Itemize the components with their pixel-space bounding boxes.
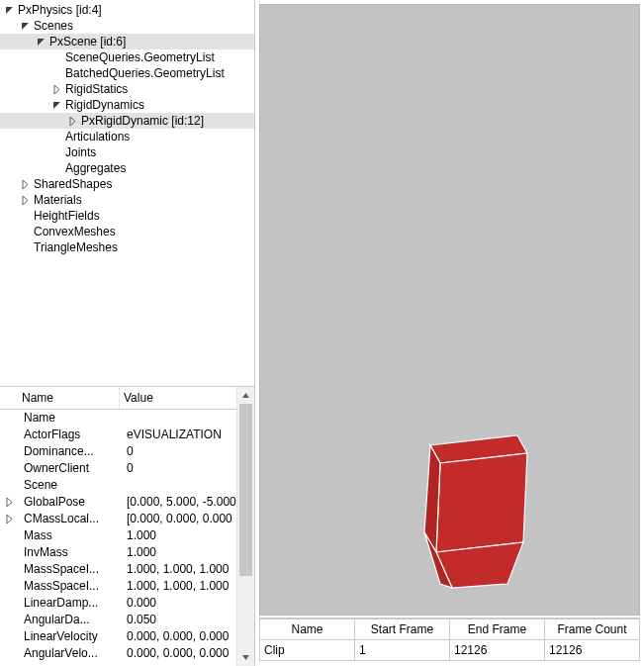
clip-cell-name[interactable]: Clip xyxy=(260,640,355,661)
tree-item-label: BatchedQueries.GeometryList xyxy=(64,65,225,81)
property-row[interactable]: CMassLocal...[0.000, 0.000, 0.000 ;0.... xyxy=(0,511,254,527)
clip-cell-frame-count[interactable]: 12126 xyxy=(545,640,640,661)
tree-item-label: PxRigidDynamic [id:12] xyxy=(80,113,204,129)
property-name: InvMass xyxy=(18,544,121,561)
property-row[interactable]: Dominance...0 xyxy=(0,443,254,460)
tree-row[interactable]: Aggregates xyxy=(0,160,254,176)
viewport-3d[interactable] xyxy=(259,4,640,616)
property-header-name[interactable]: Name xyxy=(18,387,120,409)
property-value[interactable]: eVISUALIZATION xyxy=(121,427,254,443)
chevron-right-icon[interactable] xyxy=(20,179,31,190)
tree-item-label: RigidDynamics xyxy=(64,97,144,113)
chevron-right-icon[interactable] xyxy=(67,116,78,127)
property-list[interactable]: NameActorFlagseVISUALIZATIONDominance...… xyxy=(0,410,254,662)
property-name: Dominance... xyxy=(18,443,121,460)
property-name: MassSpaceI... xyxy=(18,578,121,595)
property-value[interactable]: 0.000, 0.000, 0.000 xyxy=(121,645,254,662)
chevron-right-icon[interactable] xyxy=(0,515,18,523)
property-row[interactable]: MassSpaceI...1.000, 1.000, 1.000 xyxy=(0,561,254,578)
property-value[interactable]: 0 xyxy=(121,443,254,460)
property-header: Name Value xyxy=(0,387,254,410)
property-value[interactable]: 1.000 xyxy=(121,527,254,544)
tree-row[interactable]: Joints xyxy=(0,144,254,160)
tree-row[interactable]: RigidDynamics xyxy=(0,97,254,113)
property-row[interactable]: LinearVelocity0.000, 0.000, 0.000 xyxy=(0,628,254,645)
tree-row[interactable]: Scenes xyxy=(0,18,254,34)
clip-cell-end-frame[interactable]: 12126 xyxy=(450,640,545,661)
tree-row[interactable]: TriangleMeshes xyxy=(0,239,254,255)
property-name: LinearDamp... xyxy=(18,595,121,612)
chevron-down-icon[interactable] xyxy=(51,100,62,111)
property-name: MassSpaceI... xyxy=(18,561,121,578)
chevron-right-icon[interactable] xyxy=(20,195,31,206)
scroll-down-button[interactable] xyxy=(237,649,254,666)
tree-item-label: PxScene [id:6] xyxy=(48,34,126,49)
chevron-down-icon[interactable] xyxy=(20,21,31,32)
tree-item-label: Aggregates xyxy=(64,160,126,176)
property-name: LinearVelocity xyxy=(18,628,121,645)
tree-row[interactable]: SharedShapes xyxy=(0,176,254,192)
property-value[interactable]: 0.000, 0.000, 0.000 xyxy=(121,628,254,645)
scene-tree[interactable]: PxPhysics [id:4]ScenesPxScene [id:6]Scen… xyxy=(0,0,254,255)
property-value[interactable]: 1.000, 1.000, 1.000 xyxy=(121,561,254,578)
property-value[interactable]: 1.000 xyxy=(121,544,254,561)
clip-table-row[interactable]: Clip 1 12126 12126 xyxy=(260,640,640,661)
tree-row[interactable]: Materials xyxy=(0,192,254,208)
tree-row[interactable]: PxScene [id:6] xyxy=(0,34,254,49)
tree-item-label: Scenes xyxy=(33,18,73,34)
tree-item-label: HeightFields xyxy=(33,208,100,224)
clip-col-start-frame[interactable]: Start Frame xyxy=(355,619,450,640)
property-row[interactable]: AngularVelo...0.000, 0.000, 0.000 xyxy=(0,645,254,662)
property-row[interactable]: LinearDamp...0.000 xyxy=(0,595,254,612)
property-value[interactable]: [0.000, 0.000, 0.000 ;0.... xyxy=(121,511,254,527)
property-value[interactable]: 0.000 xyxy=(121,595,254,612)
property-panel: Name Value NameActorFlagseVISUALIZATIOND… xyxy=(0,387,254,666)
scene-tree-panel: PxPhysics [id:4]ScenesPxScene [id:6]Scen… xyxy=(0,0,254,387)
chevron-down-icon[interactable] xyxy=(4,5,15,16)
property-name: Mass xyxy=(18,527,121,544)
property-name: Name xyxy=(18,410,121,427)
tree-item-label: RigidStatics xyxy=(64,81,128,97)
property-row[interactable]: GlobalPose[0.000, 5.000, -5.000 ;1.... xyxy=(0,494,254,511)
chevron-right-icon[interactable] xyxy=(0,498,18,507)
scroll-up-button[interactable] xyxy=(237,387,254,404)
property-value[interactable]: 1.000, 1.000, 1.000 xyxy=(121,578,254,595)
tree-row[interactable]: BatchedQueries.GeometryList xyxy=(0,65,254,81)
rigid-dynamic-cube xyxy=(418,426,547,589)
tree-row[interactable]: PxPhysics [id:4] xyxy=(0,2,254,18)
tree-row[interactable]: RigidStatics xyxy=(0,81,254,97)
clip-table[interactable]: Name Start Frame End Frame Frame Count C… xyxy=(259,618,640,661)
property-row[interactable]: Mass1.000 xyxy=(0,527,254,544)
clip-col-frame-count[interactable]: Frame Count xyxy=(545,619,640,640)
property-value[interactable]: [0.000, 5.000, -5.000 ;1.... xyxy=(121,494,254,511)
tree-row[interactable]: SceneQueries.GeometryList xyxy=(0,49,254,65)
clip-cell-start-frame[interactable]: 1 xyxy=(355,640,450,661)
property-scrollbar[interactable] xyxy=(236,387,254,666)
property-row[interactable]: ActorFlagseVISUALIZATION xyxy=(0,427,254,443)
property-value[interactable]: 0 xyxy=(121,460,254,477)
chevron-right-icon[interactable] xyxy=(51,84,62,95)
chevron-down-icon[interactable] xyxy=(36,37,46,48)
property-row[interactable]: AngularDa...0.050 xyxy=(0,612,254,628)
property-row[interactable]: InvMass1.000 xyxy=(0,544,254,561)
property-row[interactable]: OwnerClient0 xyxy=(0,460,254,477)
tree-item-label: SceneQueries.GeometryList xyxy=(64,49,215,65)
property-row[interactable]: Name xyxy=(0,410,254,427)
property-name: AngularVelo... xyxy=(18,645,121,662)
tree-item-label: TriangleMeshes xyxy=(33,239,118,255)
tree-row[interactable]: PxRigidDynamic [id:12] xyxy=(0,113,254,129)
property-name: ActorFlags xyxy=(18,427,121,443)
clip-col-end-frame[interactable]: End Frame xyxy=(450,619,545,640)
tree-row[interactable]: Articulations xyxy=(0,129,254,144)
scroll-thumb[interactable] xyxy=(239,404,252,576)
tree-row[interactable]: ConvexMeshes xyxy=(0,224,254,239)
property-row[interactable]: MassSpaceI...1.000, 1.000, 1.000 xyxy=(0,578,254,595)
property-value[interactable]: 0.050 xyxy=(121,612,254,628)
tree-row[interactable]: HeightFields xyxy=(0,208,254,224)
property-name: CMassLocal... xyxy=(18,511,121,527)
clip-col-name[interactable]: Name xyxy=(260,619,355,640)
clip-table-panel: Name Start Frame End Frame Frame Count C… xyxy=(259,618,640,666)
property-header-value[interactable]: Value xyxy=(120,387,254,409)
property-row[interactable]: Scene xyxy=(0,477,254,494)
property-name: Scene xyxy=(18,477,121,494)
